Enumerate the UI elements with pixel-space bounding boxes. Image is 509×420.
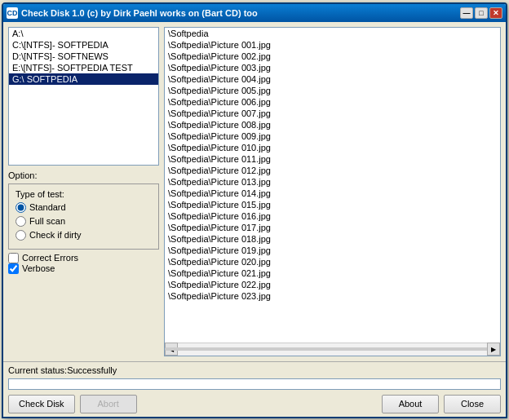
about-button[interactable]: About bbox=[382, 395, 439, 413]
close-button[interactable]: Close bbox=[444, 395, 501, 413]
list-item: \Softpedia\Picture 023.jpg bbox=[165, 290, 500, 302]
list-item: \Softpedia\Picture 022.jpg bbox=[165, 279, 500, 290]
minimize-button[interactable]: — bbox=[460, 7, 473, 19]
close-title-button[interactable]: ✕ bbox=[489, 7, 502, 19]
radio-item-fullscan[interactable]: Full scan bbox=[15, 216, 152, 227]
right-panel: \Softpedia\Softpedia\Picture 001.jpg\Sof… bbox=[164, 27, 501, 356]
maximize-button[interactable]: □ bbox=[475, 7, 488, 19]
list-item: \Softpedia\Picture 005.jpg bbox=[165, 85, 500, 96]
progress-bar-container bbox=[8, 378, 501, 390]
list-item: \Softpedia\Picture 011.jpg bbox=[165, 153, 500, 165]
drive-item[interactable]: D:\[NTFS]- SOFTNEWS bbox=[9, 51, 158, 62]
drive-item[interactable]: E:\[NTFS]- SOFTPEDIA TEST bbox=[9, 62, 158, 73]
radio-fullscan[interactable] bbox=[15, 216, 26, 227]
list-item: \Softpedia\Picture 016.jpg bbox=[165, 210, 500, 222]
list-item: \Softpedia\Picture 018.jpg bbox=[165, 233, 500, 245]
title-bar: CD Check Disk 1.0 (c) by Dirk Paehl work… bbox=[3, 4, 506, 22]
list-item: \Softpedia\Picture 012.jpg bbox=[165, 165, 500, 176]
list-item: \Softpedia\Picture 004.jpg bbox=[165, 73, 500, 85]
list-item: \Softpedia\Picture 014.jpg bbox=[165, 188, 500, 199]
list-item: \Softpedia\Picture 002.jpg bbox=[165, 51, 500, 62]
file-list[interactable]: \Softpedia\Softpedia\Picture 001.jpg\Sof… bbox=[165, 28, 500, 343]
status-value: Successfully bbox=[67, 365, 117, 375]
radio-label-checkdirty[interactable]: Check if dirty bbox=[29, 230, 82, 240]
checkbox-label-verbose[interactable]: Verbose bbox=[22, 263, 55, 273]
radio-standard[interactable] bbox=[15, 202, 26, 213]
horizontal-scrollbar[interactable]: ◀ ▶ bbox=[165, 343, 500, 356]
title-bar-text: Check Disk 1.0 (c) by Dirk Paehl works o… bbox=[21, 8, 460, 18]
drive-item[interactable]: A:\ bbox=[9, 28, 158, 39]
bottom-section: Current status: Successfully Check Disk … bbox=[3, 361, 506, 417]
scrollbar-track bbox=[165, 347, 500, 351]
check-disk-button[interactable]: Check Disk bbox=[8, 395, 75, 413]
list-item: \Softpedia\Picture 013.jpg bbox=[165, 176, 500, 188]
test-type-legend: Type of test: bbox=[15, 189, 152, 199]
drive-item[interactable]: C:\[NTFS]- SOFTPEDIA bbox=[9, 39, 158, 51]
scroll-right-button[interactable]: ▶ bbox=[487, 343, 500, 356]
radio-item-standard[interactable]: Standard bbox=[15, 202, 152, 213]
list-item: \Softpedia\Picture 019.jpg bbox=[165, 245, 500, 256]
drive-list[interactable]: A:\C:\[NTFS]- SOFTPEDIAD:\[NTFS]- SOFTNE… bbox=[8, 27, 159, 166]
options-section: Option: Type of test: StandardFull scanC… bbox=[8, 170, 159, 274]
radio-label-standard[interactable]: Standard bbox=[29, 202, 66, 212]
list-item: \Softpedia\Picture 003.jpg bbox=[165, 62, 500, 73]
left-panel: A:\C:\[NTFS]- SOFTPEDIAD:\[NTFS]- SOFTNE… bbox=[8, 27, 159, 356]
list-item: \Softpedia bbox=[165, 28, 500, 39]
list-item: \Softpedia\Picture 008.jpg bbox=[165, 119, 500, 130]
list-item: \Softpedia\Picture 020.jpg bbox=[165, 256, 500, 267]
title-bar-buttons: — □ ✕ bbox=[460, 7, 502, 19]
checkbox-correct_errors[interactable] bbox=[8, 253, 19, 263]
list-item: \Softpedia\Picture 009.jpg bbox=[165, 130, 500, 142]
file-list-container: \Softpedia\Softpedia\Picture 001.jpg\Sof… bbox=[164, 27, 501, 356]
radio-checkdirty[interactable] bbox=[15, 230, 26, 241]
window-icon: CD bbox=[7, 7, 18, 19]
main-window: CD Check Disk 1.0 (c) by Dirk Paehl work… bbox=[2, 2, 507, 418]
abort-button[interactable]: Abort bbox=[80, 395, 137, 413]
drive-item[interactable]: G:\ SOFTPEDIA bbox=[9, 73, 158, 85]
test-type-group: Type of test: StandardFull scanCheck if … bbox=[8, 183, 159, 250]
list-item: \Softpedia\Picture 010.jpg bbox=[165, 142, 500, 153]
list-item: \Softpedia\Picture 017.jpg bbox=[165, 222, 500, 233]
checkbox-label-correct_errors[interactable]: Correct Errors bbox=[22, 253, 78, 263]
radio-item-checkdirty[interactable]: Check if dirty bbox=[15, 230, 152, 241]
checkbox-verbose[interactable] bbox=[8, 263, 19, 274]
list-item: \Softpedia\Picture 015.jpg bbox=[165, 199, 500, 210]
checkbox-item-correct_errors[interactable]: Correct Errors bbox=[8, 253, 159, 263]
options-label: Option: bbox=[8, 170, 159, 180]
button-row: Check Disk Abort About Close bbox=[8, 395, 501, 413]
status-bar: Current status: Successfully bbox=[8, 365, 501, 375]
checkbox-item-verbose[interactable]: Verbose bbox=[8, 263, 159, 274]
list-item: \Softpedia\Picture 007.jpg bbox=[165, 108, 500, 119]
list-item: \Softpedia\Picture 001.jpg bbox=[165, 39, 500, 51]
radio-label-fullscan[interactable]: Full scan bbox=[29, 216, 65, 226]
list-item: \Softpedia\Picture 006.jpg bbox=[165, 96, 500, 108]
status-label: Current status: bbox=[8, 365, 67, 375]
list-item: \Softpedia\Picture 021.jpg bbox=[165, 267, 500, 279]
content-area: A:\C:\[NTFS]- SOFTPEDIAD:\[NTFS]- SOFTNE… bbox=[3, 22, 506, 361]
